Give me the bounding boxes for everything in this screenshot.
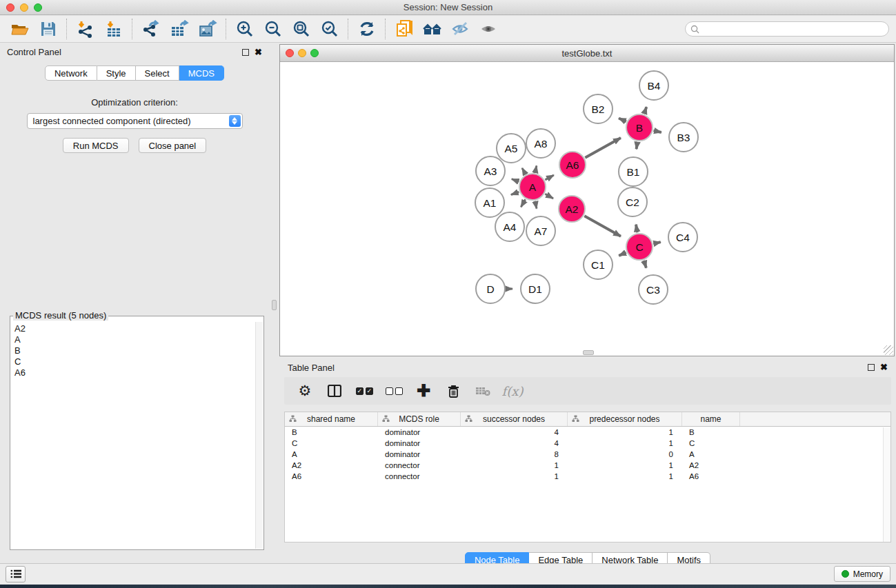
node-A2[interactable]: A2 [559,196,585,222]
mcds-result-item[interactable]: A6 [14,367,252,378]
node-A8[interactable]: A8 [526,129,555,158]
edge-A-A1[interactable] [511,192,519,194]
column-header-predecessor-nodes[interactable]: predecessor nodes [568,412,682,426]
table-scrollbar[interactable] [883,427,890,542]
search-field[interactable] [685,21,889,37]
close-table-panel-icon[interactable]: ✖ [880,364,888,371]
edge-C-C2[interactable] [636,225,637,233]
network-from-selection-button[interactable] [390,17,418,41]
criterion-dropdown[interactable]: largest connected component (directed) [27,113,243,129]
function-builder-button[interactable]: f(x) [505,383,520,398]
cell-MCDS-role[interactable]: dominator [378,450,461,458]
tab-select[interactable]: Select [136,65,179,81]
edge-A-A3[interactable] [512,179,519,182]
zoom-fit-button[interactable] [287,17,315,41]
export-image-button[interactable] [193,17,221,41]
zoom-selected-button[interactable] [315,17,344,41]
mcds-result-list[interactable]: A2ABCA6 [11,322,255,549]
node-C1[interactable]: C1 [584,250,613,279]
vertical-split-handle[interactable] [272,300,277,310]
table-settings-button[interactable]: ⚙ [297,383,312,398]
tab-mcds[interactable]: MCDS [179,65,224,81]
select-all-columns-button[interactable] [357,383,372,398]
column-header-successor-nodes[interactable]: successor nodes [461,412,568,426]
cell-predecessor-nodes[interactable]: 1 [568,472,682,480]
edge-C-C1[interactable] [619,252,626,256]
vertical-split-divider[interactable] [269,43,279,563]
create-column-button[interactable]: ✚ [416,383,431,398]
import-table-button[interactable] [99,17,128,41]
float-panel-icon[interactable] [242,49,249,56]
mcds-result-item[interactable]: C [14,356,252,367]
cell-shared-name[interactable]: A2 [285,461,378,469]
node-A[interactable]: A [519,174,546,200]
edge-A-A6[interactable] [545,175,553,180]
delete-table-button[interactable] [475,383,490,398]
column-header-MCDS-role[interactable]: MCDS role [378,412,461,426]
memory-button[interactable]: Memory [834,566,890,582]
node-C[interactable]: C [626,234,653,260]
zoom-in-button[interactable] [230,17,259,41]
tab-network[interactable]: Network [45,65,97,81]
close-panel-button[interactable]: Close panel [139,138,207,153]
show-all-button[interactable] [475,17,503,41]
float-table-panel-icon[interactable] [868,364,875,371]
edge-A-A8[interactable] [535,165,537,172]
cell-predecessor-nodes[interactable]: 0 [568,450,682,458]
edge-A6-B[interactable] [585,138,621,158]
mcds-result-item[interactable]: B [14,345,252,356]
edge-A-A5[interactable] [522,168,526,174]
node-B1[interactable]: B1 [619,157,648,186]
table-row[interactable]: A2connector11A2 [285,460,890,471]
node-A7[interactable]: A7 [526,216,555,245]
edge-B-B1[interactable] [637,142,637,150]
node-A1[interactable]: A1 [475,188,504,217]
cell-shared-name[interactable]: B [285,428,378,436]
cell-predecessor-nodes[interactable]: 1 [568,439,682,447]
cell-successor-nodes[interactable]: 8 [461,450,568,458]
export-network-button[interactable] [137,17,165,41]
cell-successor-nodes[interactable]: 1 [461,472,568,480]
zoom-out-button[interactable] [259,17,287,41]
edge-A2-C[interactable] [584,216,621,236]
open-file-button[interactable] [6,17,34,41]
network-graph[interactable]: B4B2BB3A5A8A6B1A3AC2A1A2A4A7CC4C1C3DD1 [280,63,894,356]
save-session-button[interactable] [34,17,62,41]
first-neighbors-button[interactable] [418,17,446,41]
cell-successor-nodes[interactable]: 1 [461,461,568,469]
node-C4[interactable]: C4 [668,223,697,252]
tab-style[interactable]: Style [97,65,136,81]
cell-successor-nodes[interactable]: 4 [461,439,568,447]
cell-name[interactable]: A6 [682,472,740,480]
edge-A-A4[interactable] [521,199,525,207]
node-B[interactable]: B [626,114,653,141]
delete-columns-button[interactable] [446,383,461,398]
edge-B-B2[interactable] [619,119,626,122]
run-mcds-button[interactable]: Run MCDS [63,138,129,153]
table-row[interactable]: Cdominator41C [285,438,890,449]
network-window-titlebar[interactable]: testGlobe.txt [280,45,894,62]
table-row[interactable]: Adominator80A [285,449,890,460]
node-A3[interactable]: A3 [476,156,505,185]
task-history-button[interactable] [6,566,26,582]
cell-name[interactable]: B [682,428,740,436]
edge-B-B3[interactable] [654,130,661,132]
cell-shared-name[interactable]: A [285,450,378,458]
node-A4[interactable]: A4 [495,212,524,241]
mcds-result-item[interactable]: A [14,334,252,345]
edge-B-B4[interactable] [644,107,646,114]
column-header-shared-name[interactable]: shared name [285,412,378,426]
cell-successor-nodes[interactable]: 4 [461,428,568,436]
show-columns-button[interactable] [327,383,342,398]
import-network-button[interactable] [71,17,99,41]
edge-C-C3[interactable] [644,261,646,268]
node-B2[interactable]: B2 [584,94,613,123]
network-canvas[interactable]: B4B2BB3A5A8A6B1A3AC2A1A2A4A7CC4C1C3DD1 [280,63,894,356]
export-table-button[interactable] [165,17,193,41]
node-A5[interactable]: A5 [497,134,526,163]
search-input[interactable] [703,24,888,34]
node-D1[interactable]: D1 [521,274,550,303]
cell-MCDS-role[interactable]: dominator [378,428,461,436]
cell-predecessor-nodes[interactable]: 1 [568,461,682,469]
cell-MCDS-role[interactable]: connector [378,472,461,480]
